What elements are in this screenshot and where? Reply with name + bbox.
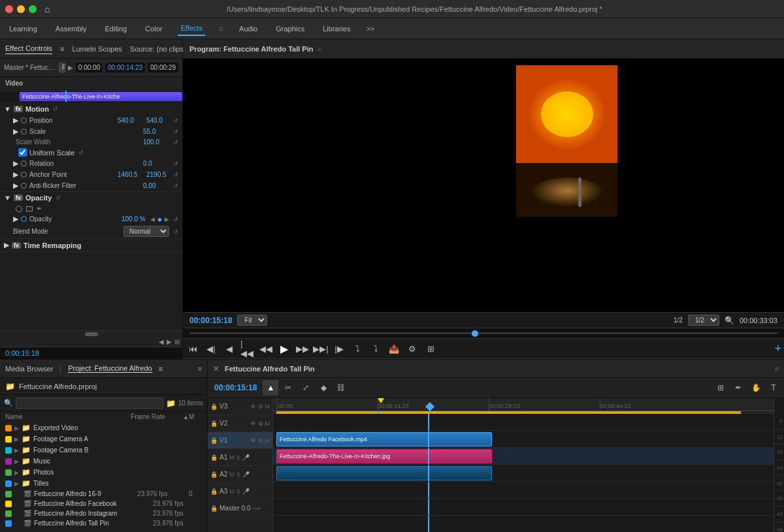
scalewidth-reset[interactable]: ↺ [173,139,178,146]
minimize-button[interactable] [17,5,25,13]
home-icon[interactable]: ⌂ [44,4,50,14]
v2-lock[interactable]: 🔒 [210,420,218,427]
rotation-stopwatch[interactable] [21,161,27,166]
nav-effects[interactable]: Effects [178,22,204,36]
a1-lock[interactable]: 🔒 [210,454,218,461]
a2-mic[interactable]: 🎤 [242,471,250,478]
master-expand[interactable]: ⟹ [252,505,261,512]
panel-ctrl-play[interactable]: ▶ [167,338,172,345]
rotation-expand[interactable]: ▶ [13,159,18,168]
close-button[interactable] [5,5,13,13]
antiflicker-value[interactable]: 0.00 [143,182,169,189]
list-item-exported[interactable]: ▶ 📁 Exported Video [0,422,207,433]
v1-lock[interactable]: 🔒 [210,437,218,444]
seq-expand-arrow[interactable]: ▶ [68,64,73,71]
list-item-music[interactable]: ▶ 📁 Music [0,456,207,467]
expand-titles[interactable]: ▶ [14,480,19,487]
pb-shuttle-back[interactable]: ◀◀ [259,341,273,356]
tab-settings-icon[interactable]: ≡ [60,44,64,54]
tab-project-settings[interactable]: ≡ [159,365,163,373]
list-item-seq-169[interactable]: 🎬 Fettuccine Alfredo 16-9 23.976 fps 0 [0,489,207,499]
antiflicker-reset[interactable]: ↺ [173,183,178,189]
opacity-group-label[interactable]: Opacity [25,194,52,202]
a3-s[interactable]: S [237,488,240,495]
motion-group-header[interactable]: ▼ fx Motion ↺ [0,103,182,115]
panel-ctrl-end[interactable]: ⊞ [174,338,180,345]
scale-reset[interactable]: ↺ [173,129,178,135]
expand-music[interactable]: ▶ [14,458,19,465]
position-expand[interactable]: ▶ [13,116,18,125]
v3-settings[interactable]: ⚙ [258,403,263,410]
time-remap-expand[interactable]: ▶ [4,241,9,249]
monitor-timecode[interactable]: 00:00:15:18 [189,316,232,325]
pen-mask-icon[interactable]: ✒ [37,205,42,212]
master-lock[interactable]: 🔒 [210,505,218,512]
pb-insert[interactable]: ⤵ [350,341,365,356]
anchor-expand[interactable]: ▶ [13,170,18,179]
v1-eye[interactable]: 👁 [250,437,256,444]
timeline-timecode[interactable]: 00:00:15:18 [210,383,261,392]
antiflicker-stopwatch[interactable] [21,183,27,189]
opacity-group-reset[interactable]: ↺ [56,195,61,201]
opacity-reset[interactable]: ↺ [173,216,178,223]
v2-mute[interactable]: M [265,420,270,427]
pb-overwrite[interactable]: ⤵ [368,341,383,356]
a1-mic[interactable]: 🎤 [242,454,250,461]
v3-mute[interactable]: M [265,403,270,410]
pb-shuttle-fwd[interactable]: ▶▶ [295,341,310,356]
a1-m[interactable]: M [229,454,235,461]
anchor-reset[interactable]: ↺ [173,172,178,178]
tab-lumetri[interactable]: Lumetri Scopes [72,44,122,54]
search-input[interactable] [16,398,163,409]
tool-hand[interactable]: ✋ [748,380,764,396]
timecode-start[interactable]: 0:00:00 [76,63,103,72]
motion-expand[interactable]: ▼ [4,105,11,113]
v2-eye[interactable]: 👁 [250,420,256,427]
nav-graphics[interactable]: Graphics [273,22,307,35]
a3-m[interactable]: M [229,488,235,495]
v1-clip[interactable]: Fettuccine-Alfredo-The-Live-In-Kitchen.j… [276,449,492,463]
list-item-photos[interactable]: ▶ 📁 Photos [0,467,207,478]
a3-lock[interactable]: 🔒 [210,488,218,495]
time-remap-header[interactable]: ▶ fx Time Remapping [0,239,182,251]
opacity-expand-arrow[interactable]: ▶ [13,215,18,223]
pb-export[interactable]: 📤 [387,341,401,356]
anchor-x[interactable]: 1460.5 [118,171,144,178]
pb-grid[interactable]: ⊞ [423,341,438,356]
opacity-expand[interactable]: ▼ [4,194,11,202]
tool-markers[interactable]: ✒ [730,380,746,396]
new-folder-btn[interactable]: 📁 [166,399,176,408]
col-framerate[interactable]: Frame Rate [131,413,183,420]
fit-select[interactable]: Fit [237,315,267,326]
opacity-group-header[interactable]: ▼ fx Opacity ↺ [0,192,182,204]
tool-timeline-settings[interactable]: ⊞ [713,380,728,396]
expand-footage-b[interactable]: ▶ [14,447,19,454]
a2-m[interactable]: M [229,471,235,478]
list-item-titles[interactable]: ▶ 📁 Titles [0,478,207,489]
v3-lock[interactable]: 🔒 [210,403,218,410]
uniform-scale-checkbox[interactable] [18,148,27,157]
timeline-title-more[interactable]: ≡ [775,365,779,373]
v3-eye[interactable]: 👁 [250,403,256,410]
pb-play[interactable]: ▶ [277,341,291,356]
opacity-value[interactable]: 100.0 % [122,215,148,223]
scalewidth-value[interactable]: 100.0 [143,138,169,146]
v2-settings[interactable]: ⚙ [258,420,263,427]
tab-source[interactable]: Source: (no clips) [130,44,186,54]
motion-reset[interactable]: ↺ [53,106,58,112]
monitor-add-btn[interactable]: + [774,342,781,356]
pb-step-back[interactable]: ◀ [222,341,237,356]
tool-ripple[interactable]: ✂ [280,380,296,396]
zoom-icon[interactable]: 🔍 [725,316,734,325]
panel-scrollbar[interactable] [0,330,182,337]
blend-reset[interactable]: ↺ [173,228,178,235]
pb-rewind-start[interactable]: ⏮ [186,341,200,356]
v1-settings[interactable]: ⚙ [258,437,263,444]
v1-mute[interactable]: M [265,437,270,444]
panel-ctrl-prev[interactable]: ◀ [159,338,164,345]
anchor-stopwatch[interactable] [21,172,27,178]
list-item-footage-b[interactable]: ▶ 📁 Footage Camera B [0,445,207,456]
pb-settings[interactable]: ⚙ [405,341,419,356]
list-item-footage-a[interactable]: ▶ 📁 Footage Camera A [0,433,207,445]
scale-stopwatch[interactable] [21,129,27,134]
